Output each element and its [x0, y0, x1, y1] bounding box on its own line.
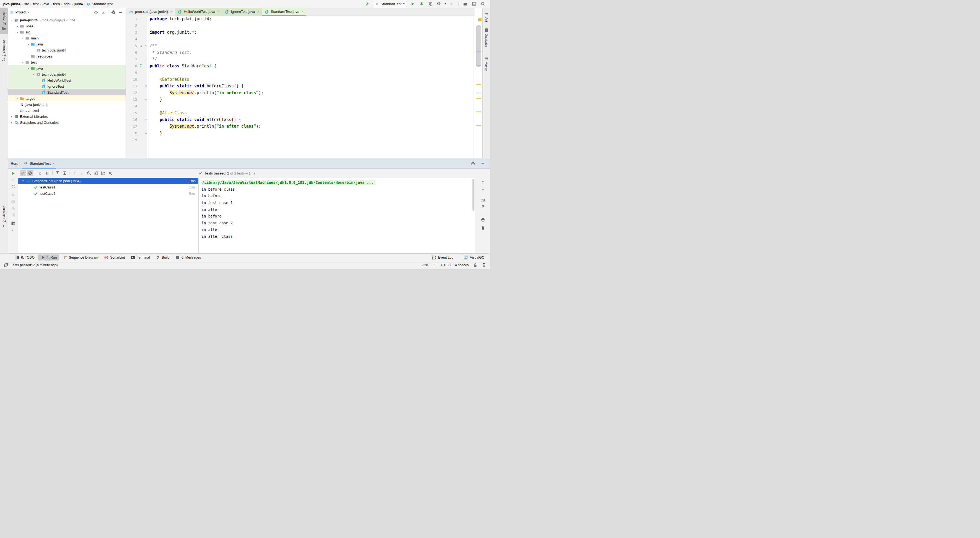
lock-open-icon[interactable] [473, 263, 477, 267]
restore-layout-button[interactable] [9, 220, 17, 227]
run-button[interactable] [409, 1, 416, 7]
fold-close-gutter-icon[interactable] [144, 131, 148, 135]
close-icon[interactable]: × [301, 10, 304, 14]
tree-toggle-icon[interactable]: ▸ [15, 25, 20, 28]
tree-item-java-junit4[interactable]: ▾ java-junit4 ~/pdai/www/java-junit4 [8, 17, 126, 23]
breadcrumb-item[interactable]: java-junit4 [3, 2, 20, 6]
tree-toggle-icon[interactable]: ▾ [26, 67, 31, 70]
up-stack-button[interactable] [480, 179, 486, 185]
clear-button[interactable] [480, 225, 486, 231]
tool-strip-structure[interactable]: 7: Structure [0, 37, 8, 65]
tool-strip-maven[interactable]: m Maven [483, 56, 490, 71]
tree-item-external-libraries[interactable]: ▸ External Libraries [8, 113, 126, 120]
toolwindow-button-sonarlint[interactable]: SonarLint [102, 254, 127, 260]
fold-open-gutter-icon[interactable] [144, 44, 148, 48]
print-button[interactable] [480, 217, 486, 223]
statusbar-button-eventlog[interactable]: Event Log [430, 254, 456, 260]
import-door-button[interactable] [9, 211, 17, 218]
options-gear-button[interactable] [107, 170, 114, 176]
import-tests-button[interactable] [93, 170, 99, 176]
rerun-button[interactable] [9, 170, 17, 177]
gear-button[interactable] [110, 9, 117, 15]
sort-duration-button[interactable] [44, 170, 51, 176]
down-stack-button[interactable] [480, 185, 486, 192]
toolwindow-button-0messages[interactable]: 0: Messages [173, 254, 204, 260]
profiler-button[interactable] [436, 1, 442, 7]
breadcrumb-item[interactable]: src [24, 2, 29, 6]
breadcrumb-item[interactable]: pdai [64, 2, 71, 6]
hide-button[interactable] [117, 9, 124, 15]
collapse-all-button[interactable] [61, 170, 68, 176]
editor-scrollbar-thumb[interactable] [476, 25, 481, 67]
hector-icon[interactable] [482, 263, 486, 267]
tree-toggle-icon[interactable]: ▾ [21, 61, 25, 64]
breadcrumb-item[interactable]: test [33, 2, 38, 6]
run-class-gutter-button[interactable] [138, 64, 143, 69]
tree-item-scratches-and-consoles[interactable]: ▸ Scratches and Consoles [8, 120, 126, 126]
export-tests-button[interactable] [100, 170, 107, 176]
tree-item-main[interactable]: ▾ main [8, 35, 126, 41]
tree-item--idea[interactable]: ▸ .idea [8, 23, 126, 29]
run-tab-standardtest[interactable]: StandardTest × [22, 158, 56, 168]
tree-item-target[interactable]: ▸ target [8, 95, 126, 101]
tree-item-java[interactable]: ▾ java [8, 41, 126, 47]
rerun-failed-button[interactable] [9, 177, 17, 183]
toolwindows-icon[interactable] [4, 263, 8, 267]
indent-setting[interactable]: 4 spaces [455, 263, 469, 267]
editor-tab-pom-xml[interactable]: mpom.xml (java-junit4) × [126, 8, 175, 16]
close-icon[interactable]: × [257, 10, 259, 14]
project-title-dropdown[interactable]: Project ▾ [10, 10, 30, 14]
prev-occurrence-button[interactable] [72, 170, 78, 176]
tree-item-test[interactable]: ▾ test [8, 59, 126, 65]
editor-tab-helloworldtest-java[interactable]: CHelloWorldTest.java × [175, 8, 222, 16]
tree-toggle-icon[interactable]: ▾ [26, 43, 31, 46]
tree-item-ignoretest[interactable]: CIgnoreTest [8, 83, 126, 89]
console-scrollbar-thumb[interactable] [473, 179, 474, 211]
tool-strip-ant[interactable]: Ant [483, 11, 490, 22]
stop-button[interactable] [9, 192, 17, 198]
toolwin-folders-button[interactable] [462, 1, 469, 7]
locate-button[interactable] [93, 9, 99, 15]
tree-toggle-icon[interactable]: ▾ [21, 37, 25, 40]
hide-panel-button[interactable] [480, 160, 486, 166]
tool-strip-project[interactable]: 1: Project [0, 8, 8, 34]
show-passed-button[interactable] [20, 170, 26, 176]
breadcrumb-item[interactable]: java [43, 2, 49, 6]
build-hammer-button[interactable] [364, 1, 371, 7]
softwrap-button[interactable] [480, 198, 486, 204]
search-button[interactable] [480, 1, 486, 7]
breadcrumb-item[interactable]: junit4 [75, 2, 83, 6]
tree-toggle-icon[interactable]: ▸ [15, 97, 20, 100]
attach-button[interactable] [9, 205, 17, 211]
run-console[interactable]: /Library/Java/JavaVirtualMachines/jdk1.8… [199, 178, 475, 254]
encoding[interactable]: UTF-8 [441, 263, 450, 267]
fold-open-gutter-icon[interactable] [144, 85, 148, 88]
code-editor[interactable]: 1 package tech.pdai.junit4; 2 3 import o… [126, 16, 475, 158]
tree-item-src[interactable]: ▾ src [8, 29, 126, 35]
tree-toggle-icon[interactable]: ▸ [10, 115, 14, 118]
tree-item-tech-pdai-junit4[interactable]: tech.pdai.junit4 [8, 47, 126, 53]
fold-close-gutter-icon[interactable] [144, 57, 148, 61]
close-icon[interactable]: × [170, 10, 172, 14]
caret-position[interactable]: 25:8 [422, 263, 428, 267]
run-settings-button[interactable] [470, 160, 476, 166]
line-ending[interactable]: LF [433, 263, 437, 267]
stop-button[interactable] [448, 1, 455, 7]
tree-toggle-icon[interactable]: ▾ [10, 19, 14, 22]
debug-button[interactable] [418, 1, 425, 7]
scroll-end-button[interactable] [480, 204, 486, 209]
coverage-button[interactable] [427, 1, 434, 7]
toolwindow-button-build[interactable]: Build [153, 254, 172, 260]
test-row-testcase2[interactable]: testCase2 0ms [18, 190, 198, 197]
dump-threads-button[interactable] [9, 198, 17, 205]
close-icon[interactable]: × [52, 161, 54, 166]
breadcrumb-class[interactable]: StandardTest [92, 2, 113, 6]
tree-item-pom-xml[interactable]: mpom.xml [8, 107, 126, 113]
test-row-testcase1[interactable]: testCase1 1ms [18, 184, 198, 190]
close-icon[interactable]: × [217, 10, 220, 14]
tree-toggle-icon[interactable]: ▾ [15, 31, 20, 34]
fold-close-gutter-icon[interactable] [144, 98, 148, 101]
toolwindow-button-6todo[interactable]: 6: TODO [13, 254, 37, 260]
tree-toggle-icon[interactable]: ▸ [10, 121, 14, 124]
tree-item-java[interactable]: ▾ java [8, 65, 126, 71]
